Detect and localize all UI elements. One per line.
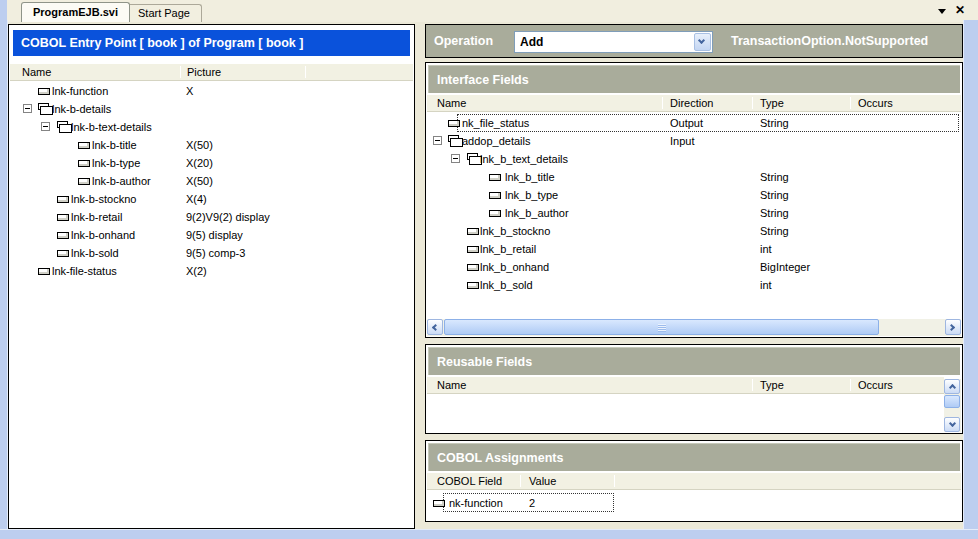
row-name: lnk_b_title: [505, 168, 555, 186]
tree-row[interactable]: lnk_b_retailint: [427, 240, 961, 258]
tree-row[interactable]: lnk-b-stocknoX(4): [10, 190, 413, 208]
column-picture[interactable]: Picture: [187, 64, 221, 80]
column-separator[interactable]: [662, 97, 663, 109]
field-icon: [467, 246, 479, 253]
tree-row[interactable]: lnk-b-sold9(5) comp-3: [10, 244, 413, 262]
tab-start-page[interactable]: Start Page: [126, 4, 202, 22]
combo-dropdown-button[interactable]: [694, 33, 711, 51]
tree-row[interactable]: lnk-b-authorX(50): [10, 172, 413, 190]
row-direction: Output: [670, 114, 703, 132]
scroll-down-button[interactable]: [944, 417, 960, 432]
row-name: lnk-b-text-details: [71, 118, 152, 136]
assignment-value[interactable]: 2: [529, 494, 535, 512]
column-name[interactable]: Name: [22, 64, 51, 80]
tree-row[interactable]: lnk-b-onhand9(5) display: [10, 226, 413, 244]
horizontal-scrollbar[interactable]: [427, 319, 961, 336]
tree-row[interactable]: lnk_b_text_details: [427, 150, 961, 168]
tree-row[interactable]: lnk-file-statusX(2): [10, 262, 413, 280]
tree-row[interactable]: lnk_b_soldint: [427, 276, 961, 294]
row-name: lnk_b_onhand: [480, 258, 549, 276]
tree-row[interactable]: nk_file_statusOutputString: [427, 114, 961, 132]
field-icon: [57, 214, 69, 221]
row-picture: X(50): [186, 136, 213, 154]
column-separator[interactable]: [520, 475, 521, 487]
interface-column-header: Name Direction Type Occurs: [427, 95, 961, 112]
group-record-icon: [38, 103, 49, 110]
interface-fields-tree: nk_file_statusOutputStringaddop_detailsI…: [427, 114, 961, 294]
scroll-left-button[interactable]: [427, 319, 443, 335]
column-name[interactable]: Name: [437, 377, 466, 393]
row-name: nk_file_status: [462, 114, 529, 132]
tree-row[interactable]: lnk-b-titleX(50): [10, 136, 413, 154]
reusable-fields-empty-body[interactable]: [427, 395, 944, 432]
tab-list-dropdown-icon[interactable]: [938, 9, 946, 14]
scroll-right-button[interactable]: [945, 319, 961, 335]
field-icon: [38, 268, 50, 275]
tree-expander-toggle[interactable]: [433, 136, 442, 145]
column-separator[interactable]: [305, 66, 306, 78]
tree-row[interactable]: addop_detailsInput: [427, 132, 961, 150]
scroll-up-button[interactable]: [944, 379, 960, 394]
column-direction[interactable]: Direction: [670, 95, 713, 111]
tree-row[interactable]: lnk-b-details: [10, 100, 413, 118]
row-name: lnk-b-type: [92, 154, 140, 172]
column-type[interactable]: Type: [760, 95, 784, 111]
column-cobol-field[interactable]: COBOL Field: [437, 473, 502, 489]
vertical-scrollbar[interactable]: [944, 379, 961, 432]
tree-row[interactable]: lnk_b_stocknoString: [427, 222, 961, 240]
interface-fields-section: Interface Fields Name Direction Type Occ…: [425, 62, 963, 338]
scrollbar-thumb[interactable]: [944, 395, 960, 408]
window-border-right: [963, 20, 978, 539]
tree-row[interactable]: lnk_b_onhandBigInteger: [427, 258, 961, 276]
row-type: BigInteger: [760, 258, 810, 276]
tree-expander-toggle[interactable]: [41, 122, 50, 131]
tree-row[interactable]: lnk-functionX: [10, 82, 413, 100]
tree-expander-toggle[interactable]: [23, 104, 32, 113]
column-occurs[interactable]: Occurs: [858, 377, 893, 393]
tree-row[interactable]: lnk-b-text-details: [10, 118, 413, 136]
field-icon: [57, 196, 69, 203]
document-tab-bar: ProgramEJB.svi Start Page: [0, 0, 978, 22]
tree-row[interactable]: lnk_b_titleString: [427, 168, 961, 186]
column-occurs[interactable]: Occurs: [858, 95, 893, 111]
thumb-grip: [658, 324, 666, 332]
cobol-tree: lnk-functionXlnk-b-detailslnk-b-text-det…: [10, 82, 413, 280]
column-type[interactable]: Type: [760, 377, 784, 393]
tree-row[interactable]: lnk_b_authorString: [427, 204, 961, 222]
row-name: lnk-b-stockno: [71, 190, 136, 208]
window-border-left: [0, 20, 8, 539]
left-column-header: Name Picture: [10, 64, 413, 81]
column-separator[interactable]: [752, 379, 753, 391]
transaction-option-label: TransactionOption.NotSupported: [731, 25, 928, 57]
field-icon: [78, 178, 90, 185]
entry-point-title: COBOL Entry Point [ book ] of Program [ …: [13, 30, 410, 56]
cobol-entry-point-panel: COBOL Entry Point [ book ] of Program [ …: [8, 24, 415, 529]
operation-select[interactable]: Add: [514, 31, 713, 53]
tab-programejb-svi[interactable]: ProgramEJB.svi: [21, 2, 130, 22]
row-picture: 9(5) comp-3: [186, 244, 245, 262]
row-name: lnk-b-onhand: [71, 226, 135, 244]
interface-fields-header: Interface Fields: [428, 65, 960, 93]
tree-expander-toggle[interactable]: [451, 154, 460, 163]
group-record-icon: [57, 121, 68, 128]
row-picture: 9(5) display: [186, 226, 243, 244]
column-separator[interactable]: [614, 475, 615, 487]
column-value[interactable]: Value: [529, 473, 556, 489]
assignment-row[interactable]: nk-function2: [427, 494, 961, 512]
chevron-left-icon: [432, 324, 439, 331]
column-separator[interactable]: [850, 97, 851, 109]
close-icon[interactable]: ✕: [955, 3, 965, 17]
tree-row[interactable]: lnk_b_typeString: [427, 186, 961, 204]
row-picture: X(20): [186, 154, 213, 172]
row-type: String: [760, 168, 789, 186]
column-separator[interactable]: [850, 379, 851, 391]
tree-row[interactable]: lnk-b-typeX(20): [10, 154, 413, 172]
scrollbar-thumb[interactable]: [444, 319, 879, 335]
column-name[interactable]: Name: [437, 95, 466, 111]
operation-label: Operation: [434, 25, 493, 57]
column-separator[interactable]: [180, 66, 181, 78]
column-separator[interactable]: [752, 97, 753, 109]
field-icon: [489, 192, 501, 199]
row-picture: X(4): [186, 190, 207, 208]
tree-row[interactable]: lnk-b-retail9(2)V9(2) display: [10, 208, 413, 226]
